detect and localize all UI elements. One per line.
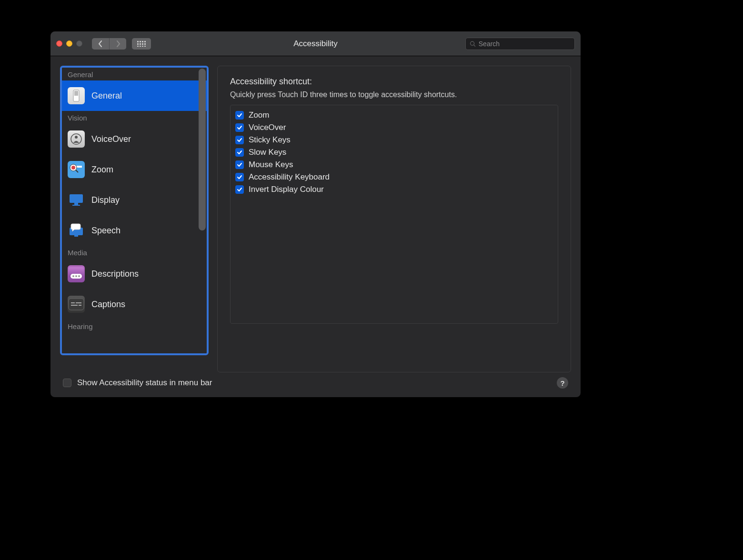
shortcut-checkbox[interactable]: [235, 148, 244, 157]
svg-rect-10: [142, 46, 143, 47]
sidebar: GeneralGeneralVisionVoiceOverZoomDisplay…: [60, 66, 209, 355]
shortcut-checkbox[interactable]: [235, 185, 244, 194]
shortcut-label: Mouse Keys: [249, 160, 293, 170]
svg-point-21: [71, 166, 75, 170]
sidebar-section-label: Media: [62, 246, 207, 259]
svg-rect-0: [137, 41, 139, 42]
sidebar-item-desc[interactable]: Descriptions: [62, 259, 207, 289]
svg-rect-25: [72, 205, 80, 206]
sidebar-item-label: Captions: [91, 300, 125, 310]
shortcut-label: Accessibility Keyboard: [249, 172, 330, 182]
sidebar-scrollbar[interactable]: [199, 69, 206, 230]
speech-icon: [68, 222, 85, 239]
svg-point-17: [75, 136, 78, 139]
sidebar-section-label: Hearing: [62, 320, 207, 332]
svg-rect-36: [71, 305, 78, 306]
sidebar-item-zoom[interactable]: Zoom: [62, 154, 207, 185]
svg-rect-15: [74, 91, 78, 96]
sidebar-item-label: VoiceOver: [91, 134, 131, 144]
shortcut-row[interactable]: Invert Display Colour: [235, 183, 553, 196]
svg-rect-7: [144, 43, 146, 45]
svg-rect-5: [140, 43, 141, 45]
svg-rect-24: [74, 203, 78, 205]
maximize-button[interactable]: [76, 40, 82, 47]
back-button[interactable]: [92, 38, 109, 50]
help-button[interactable]: ?: [557, 377, 568, 389]
panel-subtext: Quickly press Touch ID three times to to…: [230, 90, 558, 99]
nav-buttons: [92, 38, 126, 50]
svg-point-30: [72, 275, 74, 277]
sidebar-scroll[interactable]: GeneralGeneralVisionVoiceOverZoomDisplay…: [62, 68, 207, 353]
close-button[interactable]: [56, 40, 62, 47]
shortcut-checkbox[interactable]: [235, 173, 244, 181]
svg-point-12: [471, 41, 474, 45]
svg-rect-3: [144, 41, 146, 42]
shortcut-row[interactable]: Accessibility Keyboard: [235, 171, 553, 183]
captions-icon: [68, 296, 85, 313]
svg-rect-23: [70, 194, 83, 203]
svg-rect-27: [74, 235, 78, 237]
sidebar-item-display[interactable]: Display: [62, 185, 207, 215]
shortcut-checkbox[interactable]: [235, 136, 244, 144]
sidebar-item-label: General: [91, 91, 122, 101]
sidebar-item-general[interactable]: General: [62, 80, 207, 111]
svg-rect-1: [140, 41, 141, 42]
sidebar-item-voiceover[interactable]: VoiceOver: [62, 124, 207, 154]
traffic-lights: [56, 40, 82, 47]
shortcut-label: Slow Keys: [249, 148, 286, 157]
shortcut-label: Zoom: [249, 110, 269, 120]
svg-point-32: [78, 275, 80, 277]
svg-rect-37: [79, 305, 81, 306]
desc-icon: [68, 265, 85, 282]
display-icon: [68, 191, 85, 209]
forward-button[interactable]: [109, 38, 126, 50]
sidebar-item-label: Zoom: [91, 165, 113, 175]
svg-rect-8: [137, 46, 139, 47]
search-icon: [470, 40, 476, 47]
svg-rect-11: [144, 46, 146, 47]
voiceover-icon: [68, 130, 85, 148]
svg-rect-33: [69, 299, 84, 310]
shortcut-row[interactable]: Sticky Keys: [235, 134, 553, 146]
titlebar: Accessibility: [50, 31, 581, 56]
general-icon: [68, 87, 85, 104]
svg-line-13: [474, 45, 475, 46]
shortcut-row[interactable]: Mouse Keys: [235, 159, 553, 171]
svg-rect-6: [142, 43, 143, 45]
svg-point-31: [75, 275, 77, 277]
panel-heading: Accessibility shortcut:: [230, 77, 558, 87]
show-status-checkbox[interactable]: [63, 379, 71, 387]
preferences-window: Accessibility GeneralGeneralVisionVoiceO…: [50, 31, 581, 398]
footer: Show Accessibility status in menu bar ?: [50, 372, 581, 397]
show-status-label: Show Accessibility status in menu bar: [77, 378, 212, 388]
zoom-icon: [68, 161, 85, 178]
show-all-button[interactable]: [132, 38, 151, 50]
minimize-button[interactable]: [66, 40, 72, 47]
svg-rect-9: [140, 46, 141, 47]
shortcut-label: Sticky Keys: [249, 135, 291, 145]
search-field[interactable]: [465, 38, 575, 50]
shortcut-checkbox[interactable]: [235, 111, 244, 120]
shortcut-row[interactable]: VoiceOver: [235, 121, 553, 134]
shortcut-row[interactable]: Slow Keys: [235, 146, 553, 159]
sidebar-item-label: Speech: [91, 226, 120, 236]
sidebar-section-label: Vision: [62, 111, 207, 124]
main-panel: Accessibility shortcut: Quickly press To…: [217, 66, 571, 372]
svg-rect-34: [71, 302, 75, 303]
shortcut-checkbox[interactable]: [235, 123, 244, 132]
svg-rect-35: [76, 302, 81, 303]
sidebar-item-label: Display: [91, 195, 120, 205]
shortcut-label: VoiceOver: [249, 123, 286, 132]
sidebar-item-speech[interactable]: Speech: [62, 215, 207, 246]
search-input[interactable]: [479, 40, 571, 48]
shortcut-label: Invert Display Colour: [249, 185, 324, 194]
svg-rect-4: [137, 43, 139, 45]
sidebar-item-captions[interactable]: Captions: [62, 289, 207, 320]
shortcut-row[interactable]: Zoom: [235, 109, 553, 121]
sidebar-item-label: Descriptions: [91, 269, 139, 279]
shortcut-checkbox[interactable]: [235, 160, 244, 169]
svg-rect-2: [142, 41, 143, 42]
body: GeneralGeneralVisionVoiceOverZoomDisplay…: [50, 56, 581, 372]
shortcut-list: ZoomVoiceOverSticky KeysSlow KeysMouse K…: [230, 105, 558, 324]
sidebar-section-label: General: [62, 68, 207, 80]
